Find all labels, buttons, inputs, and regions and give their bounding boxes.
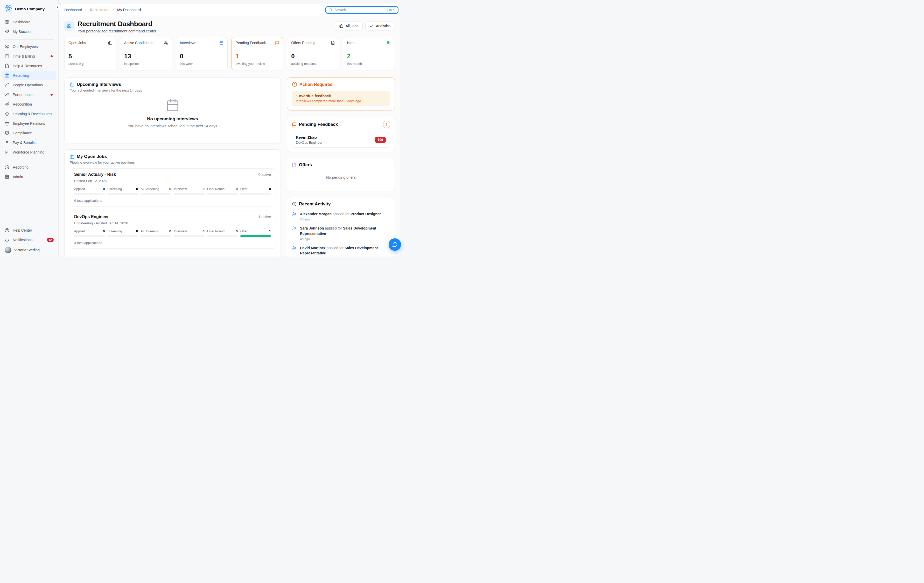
pending-feedback-card: Pending Feedback 1 Kevin ZhaoDevOps Engi… xyxy=(287,117,395,152)
sidebar-item-pay-benefits[interactable]: Pay & Benefits xyxy=(2,138,56,147)
dollar-icon xyxy=(5,140,9,145)
stat-value: 2 xyxy=(347,53,391,60)
sidebar-item-label: Our Employees xyxy=(13,45,38,49)
chevright-icon xyxy=(112,8,115,12)
action-required-alert[interactable]: 1 overdue feedback Interviews completed … xyxy=(292,91,390,106)
bell-icon xyxy=(5,238,9,242)
search-input[interactable] xyxy=(335,8,385,12)
sidebar-item-workforce-planning[interactable]: Workforce Planning xyxy=(2,148,56,156)
usercheck-icon xyxy=(386,41,391,45)
stage-bar xyxy=(174,193,204,195)
briefcase-icon-wrap xyxy=(108,41,112,45)
clock-icon xyxy=(292,202,297,206)
sidebar-item-compliance[interactable]: Compliance xyxy=(2,129,56,137)
chat-fab-button[interactable] xyxy=(389,238,401,251)
sidebar-item-help-resources[interactable]: Help & Resources xyxy=(2,61,56,70)
stage-label: Applied xyxy=(74,187,85,191)
right-column: Action Required 1 overdue feedback Inter… xyxy=(287,77,395,256)
shield-icon-wrap xyxy=(5,131,9,135)
stage-label: Offer xyxy=(240,230,248,233)
dollar-icon-wrap xyxy=(5,140,9,145)
sidebar-item-dashboard[interactable]: Dashboard xyxy=(2,18,56,26)
pending-feedback-item-kevin-zhao[interactable]: Kevin ZhaoDevOps Engineer10d xyxy=(292,132,390,147)
gear-icon xyxy=(5,175,9,179)
sidebar-divider xyxy=(4,223,54,223)
sidebar-item-learning-development[interactable]: Learning & Development xyxy=(2,109,56,118)
sidebar-item-people-operations[interactable]: People Operations xyxy=(2,81,56,89)
briefcase-icon xyxy=(70,154,74,159)
analytics-label: Analytics xyxy=(376,24,391,28)
stage-label: AI Screening xyxy=(140,230,159,233)
job-card-sales-development-representative[interactable]: Sales Development Representative+1 new4 … xyxy=(70,253,276,256)
sidebar-item-notifications[interactable]: Notifications12 xyxy=(2,236,56,244)
pf-item-left: Kevin ZhaoDevOps Engineer xyxy=(296,135,323,144)
sidebar-collapse-button[interactable] xyxy=(54,4,61,11)
briefcase-icon-wrap xyxy=(5,73,9,78)
activity-text: Alexander Morgan applied for Product Des… xyxy=(300,211,381,216)
sidebar-item-label: Compliance xyxy=(13,131,32,135)
search-icon xyxy=(328,8,332,12)
sidebar-item-recognition[interactable]: Recognition xyxy=(2,100,56,108)
pipeline-stage-interview: Interview0 xyxy=(174,187,204,195)
file-icon-wrap xyxy=(5,64,9,68)
calendar-icon-wrap xyxy=(219,41,223,45)
sidebar-item-performance[interactable]: Performance xyxy=(2,90,56,99)
sidebar-item-recruiting[interactable]: Recruiting xyxy=(2,71,56,79)
job-active-count: 1 active xyxy=(259,215,271,219)
action-required-header: Action Required xyxy=(292,82,390,87)
stat-sublabel: across org xyxy=(68,62,112,66)
chevron-right-icon xyxy=(112,8,115,12)
grid-icon-wrap xyxy=(5,20,9,25)
sidebar-item-label: Help & Resources xyxy=(13,64,42,68)
help-icon xyxy=(5,228,9,233)
job-card-devops-engineer[interactable]: DevOps Engineer1 activeEngineering · Pos… xyxy=(70,211,276,249)
userplus-icon xyxy=(292,226,296,231)
stat-sublabel: in pipeline xyxy=(124,62,168,66)
stage-label: Screening xyxy=(107,187,122,191)
sidebar-item-admin[interactable]: Admin xyxy=(2,172,56,181)
all-jobs-button[interactable]: All Jobs xyxy=(335,21,363,30)
company-logo[interactable]: Demo Company xyxy=(2,3,56,18)
offers-empty-text: No pending offers xyxy=(292,175,390,180)
stage-top: Screening0 xyxy=(107,229,138,233)
pipeline-stage-final-round: Final Round0 xyxy=(207,187,238,195)
sidebar-item-label: People Operations xyxy=(13,83,43,87)
user-plus-icon-wrap xyxy=(292,212,296,216)
sidebar-item-our-employees[interactable]: Our Employees xyxy=(2,42,56,51)
job-total-applications: 3 total applications xyxy=(74,241,271,245)
briefcase-icon xyxy=(70,154,74,159)
grid-icon xyxy=(67,23,71,28)
app-root: Demo Company DashboardMy Success Our Emp… xyxy=(0,0,406,256)
sidebar-item-time-billing[interactable]: Time & Billing xyxy=(2,52,56,60)
breadcrumb-recruitment[interactable]: Recruitment xyxy=(90,8,109,12)
upcoming-empty-subtitle: You have no interviews scheduled in the … xyxy=(128,124,217,128)
sidebar-item-label: Recognition xyxy=(13,102,32,106)
clock-icon xyxy=(292,202,297,206)
user-menu[interactable]: Victoria Sterling xyxy=(2,245,56,254)
job-card-senior-actuary-risk[interactable]: Senior Actuary - Risk0 activePosted Feb … xyxy=(70,168,276,206)
activity-actor: Sara Johnson xyxy=(300,226,324,230)
sidebar-item-reporting[interactable]: Reporting xyxy=(2,163,56,172)
search-shortcut-badge: ⌘ K xyxy=(387,8,396,12)
breadcrumb-dashboard[interactable]: Dashboard xyxy=(64,8,82,12)
activity-action: applied for xyxy=(333,212,350,216)
sidebar-item-employee-relations[interactable]: Employee Relations xyxy=(2,119,56,127)
route-icon xyxy=(5,83,9,88)
file-text-icon xyxy=(292,163,297,167)
stage-count: 0 xyxy=(169,187,172,191)
my-open-jobs-subtitle: Pipeline overview for your active positi… xyxy=(70,160,276,164)
sidebar-item-help-center[interactable]: Help Center xyxy=(2,226,56,235)
content-area: Recruitment Dashboard Your personalized … xyxy=(59,16,400,256)
alert-circle-icon xyxy=(292,82,297,87)
calendar-icon xyxy=(5,54,9,59)
stage-bar xyxy=(207,235,238,237)
stage-top: Interview0 xyxy=(174,187,204,191)
job-card-top: DevOps Engineer1 active xyxy=(74,215,271,219)
analytics-button[interactable]: Analytics xyxy=(365,21,395,30)
search-box[interactable]: ⌘ K xyxy=(325,6,398,14)
file-icon xyxy=(331,41,335,45)
sidebar-item-my-success[interactable]: My Success xyxy=(2,27,56,36)
my-open-jobs-card: My Open Jobs Pipeline overview for your … xyxy=(64,149,281,256)
topbar: Dashboard Recruitment My Dashboard ⌘ K xyxy=(59,4,400,16)
trending-icon xyxy=(5,92,9,97)
